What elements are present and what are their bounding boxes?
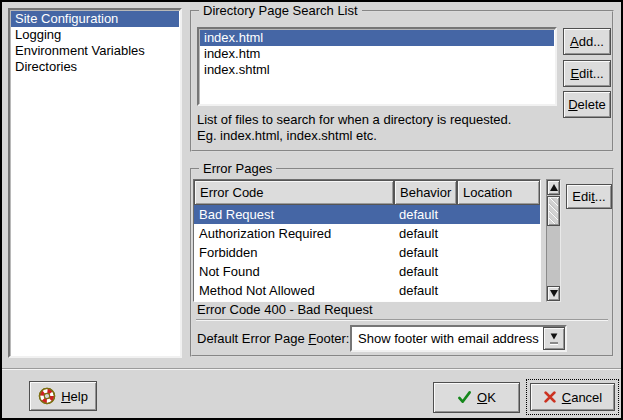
label-post: dit...	[579, 66, 604, 81]
error-pages-table: Error Code Behavior Location Bad Request…	[193, 179, 541, 302]
label-mnemonic: C	[562, 390, 571, 405]
cell-location	[457, 243, 540, 262]
label-mnemonic: D	[568, 97, 577, 112]
column-header-error-code[interactable]: Error Code	[194, 180, 394, 205]
label-pre: Default Error Page	[197, 331, 308, 346]
table-row[interactable]: Forbidden default	[194, 243, 540, 262]
sidebar-item-environment-variables[interactable]: Environment Variables	[11, 43, 179, 59]
arrow-down-icon	[550, 290, 558, 297]
sidebar-item-site-configuration[interactable]: Site Configuration	[11, 11, 179, 27]
life-buoy-icon	[38, 387, 56, 405]
error-table-scrollbar[interactable]	[546, 179, 561, 302]
x-icon	[543, 390, 557, 404]
directory-file-list: index.html index.htm index.shtml	[197, 27, 557, 106]
directory-description-line2: Eg. index.html, index.shtml etc.	[197, 128, 377, 143]
label-post: elete	[578, 97, 606, 112]
help-button[interactable]: Help	[29, 381, 97, 411]
cell-behavior: default	[394, 243, 457, 262]
cell-error-code: Method Not Allowed	[194, 281, 394, 300]
directory-description-line1: List of files to search for when a direc…	[197, 112, 511, 127]
table-row[interactable]: Authorization Required default	[194, 224, 540, 243]
check-icon	[457, 390, 472, 405]
sidebar-item-directories[interactable]: Directories	[11, 59, 179, 75]
sidebar-list: Site Configuration Logging Environment V…	[8, 8, 182, 358]
cell-behavior: default	[394, 205, 457, 224]
label-pre: Edi	[572, 189, 591, 204]
cell-behavior: default	[394, 281, 457, 300]
button-label: Help	[61, 389, 88, 404]
error-code-status-text: Error Code 400 - Bad Request	[197, 302, 373, 317]
combo-bar-decoration	[550, 342, 558, 344]
scroll-up-button[interactable]	[547, 180, 560, 195]
cancel-button[interactable]: Cancel	[530, 383, 615, 411]
cell-error-code: Not Found	[194, 262, 394, 281]
directory-frame-title: Directory Page Search List	[199, 3, 362, 19]
label-mnemonic: E	[570, 66, 579, 81]
label-post: ...	[595, 189, 606, 204]
table-row[interactable]: Bad Request default	[194, 205, 540, 224]
delete-button[interactable]: Delete	[563, 91, 611, 118]
button-label: Cancel	[562, 390, 602, 405]
button-label: Delete	[568, 97, 606, 112]
error-frame-title: Error Pages	[199, 161, 276, 177]
label-mnemonic: A	[570, 34, 579, 49]
cell-behavior: default	[394, 262, 457, 281]
cell-location	[457, 224, 540, 243]
label-post: K	[487, 390, 496, 405]
default-error-footer-select[interactable]: Show footer with email address	[350, 325, 567, 352]
label-mnemonic: H	[61, 389, 70, 404]
list-item-index-shtml[interactable]: index.shtml	[200, 62, 554, 78]
arrow-up-icon	[550, 184, 558, 191]
button-label: OK	[477, 390, 496, 405]
separator	[2, 368, 621, 370]
ok-button[interactable]: OK	[433, 382, 520, 413]
add-button[interactable]: Add...	[563, 28, 611, 55]
cell-location	[457, 281, 540, 300]
sidebar-item-logging[interactable]: Logging	[11, 27, 179, 43]
edit-error-page-button[interactable]: Edit...	[566, 184, 612, 209]
edit-button[interactable]: Edit...	[563, 60, 611, 87]
button-label: Edit...	[572, 189, 605, 204]
cell-behavior: default	[394, 224, 457, 243]
table-row[interactable]: Method Not Allowed default	[194, 281, 540, 300]
table-row[interactable]: Not Found default	[194, 262, 540, 281]
column-header-behavior[interactable]: Behavior	[394, 180, 457, 205]
app-window: Site Configuration Logging Environment V…	[0, 0, 623, 420]
button-label: Add...	[570, 34, 604, 49]
table-header-row: Error Code Behavior Location	[194, 180, 540, 205]
cancel-button-focus-ring: Cancel	[526, 379, 619, 415]
label-post: elp	[71, 389, 88, 404]
label-mnemonic: O	[477, 390, 487, 405]
cell-location	[457, 205, 540, 224]
chevron-down-icon	[551, 334, 558, 340]
cell-error-code: Bad Request	[194, 205, 394, 224]
label-post: ancel	[571, 390, 602, 405]
cell-error-code: Forbidden	[194, 243, 394, 262]
list-item-index-htm[interactable]: index.htm	[200, 46, 554, 62]
default-error-footer-label: Default Error Page Footer:	[197, 326, 349, 352]
scroll-down-button[interactable]	[547, 286, 560, 301]
separator	[196, 319, 608, 321]
button-label: Edit...	[570, 66, 603, 81]
list-item-index-html[interactable]: index.html	[200, 30, 554, 46]
label-post: ooter:	[316, 331, 349, 346]
scrollbar-thumb[interactable]	[547, 196, 560, 226]
combo-dropdown-button[interactable]	[543, 327, 565, 350]
cell-location	[457, 262, 540, 281]
combo-selected-value: Show footer with email address	[352, 327, 543, 350]
column-header-location[interactable]: Location	[457, 180, 540, 205]
label-post: dd...	[579, 34, 604, 49]
cell-error-code: Authorization Required	[194, 224, 394, 243]
